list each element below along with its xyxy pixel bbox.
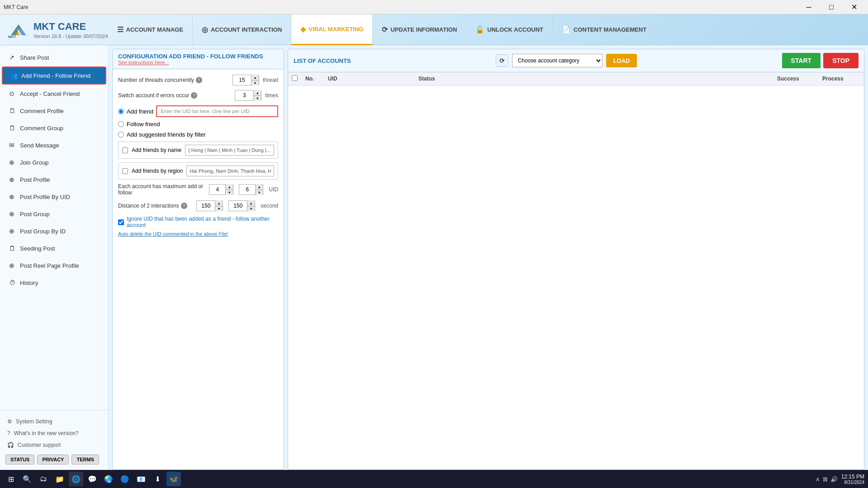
- account-interaction-icon: ◎: [202, 25, 208, 34]
- switch-info-icon[interactable]: ?: [191, 92, 197, 99]
- dist-val1-spin-down[interactable]: ▼: [215, 206, 223, 211]
- dist-val1-spin[interactable]: ▲ ▼: [196, 200, 223, 211]
- sidebar-item-post-group-id[interactable]: ⊕ Post Group By ID: [2, 223, 106, 239]
- radio-suggested[interactable]: [118, 132, 124, 137]
- search-icon[interactable]: 🔍: [20, 472, 34, 486]
- download-icon[interactable]: ⬇: [150, 472, 165, 486]
- max-val2-input[interactable]: [239, 185, 255, 194]
- dist-val2-spin-up[interactable]: ▲: [247, 200, 255, 206]
- terms-button[interactable]: TERMS: [71, 455, 99, 464]
- add-by-name-checkbox[interactable]: [122, 147, 128, 153]
- dist-val2-spin[interactable]: ▲ ▼: [228, 200, 255, 211]
- start-menu-icon[interactable]: ⊞: [4, 472, 18, 486]
- tab-content-management[interactable]: 📄 CONTENT MANAGEMENT: [553, 14, 656, 45]
- sidebar-item-post-reel[interactable]: ⊕ Post Reel Page Profile: [2, 257, 106, 274]
- category-select[interactable]: Choose account category: [512, 54, 602, 67]
- threads-input[interactable]: 15: [233, 76, 251, 84]
- tab-account-manage[interactable]: ☰ ACCOUNT MANAGE: [108, 14, 193, 45]
- share-post-icon: ↗: [9, 54, 16, 61]
- auto-delete-text[interactable]: Auto delete the UID commented in the abo…: [118, 231, 228, 237]
- whats-new-item[interactable]: ? What's in the new version?: [5, 427, 103, 439]
- switch-input[interactable]: 3: [235, 91, 253, 99]
- post-profile-uid-icon: ⊕: [9, 193, 16, 200]
- load-button[interactable]: LOAD: [606, 54, 637, 67]
- max-val2-spin-down[interactable]: ▼: [256, 190, 263, 195]
- max-val1-spin[interactable]: ▲ ▼: [209, 184, 233, 195]
- sidebar-item-post-profile[interactable]: ⊕ Post Profile: [2, 171, 106, 188]
- switch-input-spin[interactable]: 3 ▲ ▼: [235, 90, 261, 101]
- network-icon[interactable]: ⊠: [823, 476, 828, 483]
- sidebar-item-accept-cancel[interactable]: ⊙ Accept - Cancel Friend: [2, 85, 106, 102]
- sidebar-item-comment-profile[interactable]: 🗒 Comment Profile: [2, 103, 106, 119]
- col-no-header: No.: [302, 72, 324, 85]
- privacy-button[interactable]: PRIVACY: [37, 455, 69, 464]
- sidebar-item-comment-profile-label: Comment Profile: [20, 108, 64, 114]
- messenger-icon[interactable]: 💬: [85, 472, 100, 486]
- dist-val1-input[interactable]: [197, 202, 215, 210]
- whats-new-label: What's in the new version?: [14, 430, 79, 436]
- minimize-button[interactable]: ─: [798, 0, 819, 14]
- start-button[interactable]: START: [782, 53, 821, 68]
- sidebar-item-post-profile-uid[interactable]: ⊕ Post Profile By UID: [2, 189, 106, 205]
- switch-spin-up[interactable]: ▲: [254, 90, 261, 95]
- config-panel-body: Number of threads concurrently ? 15 ▲ ▼ …: [113, 69, 284, 469]
- distance-info-icon[interactable]: ?: [181, 203, 187, 209]
- app1-icon[interactable]: 🔵: [118, 472, 132, 486]
- max-val1-spin-up[interactable]: ▲: [226, 184, 233, 190]
- update-information-icon: ⟳: [382, 25, 388, 34]
- dist-val1-spin-up[interactable]: ▲: [215, 200, 223, 206]
- dist-val2-spin-down[interactable]: ▼: [247, 206, 255, 211]
- tray-expand-icon[interactable]: ∧: [816, 476, 820, 483]
- join-group-icon: ⊕: [9, 159, 16, 166]
- max-val1-spin-down[interactable]: ▼: [226, 190, 233, 195]
- status-button[interactable]: STATUS: [5, 455, 34, 464]
- stop-button[interactable]: STOP: [823, 53, 859, 68]
- sidebar-item-post-group[interactable]: ⊕ Post Group: [2, 206, 106, 222]
- sidebar-item-history[interactable]: ⏱ History: [2, 275, 106, 291]
- system-setting-item[interactable]: ⚙ System Setting: [5, 416, 103, 427]
- name-input[interactable]: [185, 145, 274, 156]
- tab-unlock-account[interactable]: 🔓 UNLOCK ACCOUNT: [466, 14, 553, 45]
- tab-account-interaction[interactable]: ◎ ACCOUNT INTERACTION: [193, 14, 291, 45]
- threads-spin-up[interactable]: ▲: [251, 75, 259, 80]
- tab-update-information[interactable]: ⟳ UPDATE INFORMATION: [373, 14, 466, 45]
- taskbar-time[interactable]: 12:15 PM 8/31/2024: [841, 474, 864, 485]
- max-val2-spin[interactable]: ▲ ▼: [239, 184, 263, 195]
- sidebar-item-comment-group[interactable]: 🗒 Comment Group: [2, 120, 106, 136]
- max-val2-spin-up[interactable]: ▲: [256, 184, 263, 190]
- edge-icon[interactable]: 🌏: [101, 472, 116, 486]
- taskbar: ⊞ 🔍 🗂 📁 🌐 💬 🌏 🔵 📧 ⬇ 🦋 ∧ ⊠ 🔊 12:15 PM 8/3…: [0, 470, 868, 488]
- tab-viral-marketing[interactable]: ◈ VIRAL MARKETING: [291, 14, 373, 45]
- sidebar-item-share-post[interactable]: ↗ Share Post: [2, 49, 106, 66]
- threads-info-icon[interactable]: ?: [196, 77, 202, 83]
- threads-spin-down[interactable]: ▼: [251, 80, 259, 85]
- sidebar-item-send-message[interactable]: ✉ Send Message: [2, 137, 106, 153]
- add-by-region-checkbox[interactable]: [122, 168, 128, 174]
- close-button[interactable]: ✕: [844, 0, 864, 14]
- mkt-app-icon[interactable]: 🦋: [166, 472, 181, 486]
- radio-follow-friend[interactable]: [118, 121, 124, 127]
- region-input[interactable]: [186, 166, 274, 176]
- volume-icon[interactable]: 🔊: [830, 476, 838, 483]
- file-explorer-icon[interactable]: 📁: [52, 472, 67, 486]
- max-val1-input[interactable]: [209, 185, 225, 194]
- config-panel-subtitle[interactable]: See instructions here...: [118, 60, 278, 65]
- maximize-button[interactable]: □: [821, 0, 842, 14]
- sidebar-item-post-reel-label: Post Reel Page Profile: [20, 262, 79, 269]
- dist-val2-input[interactable]: [229, 202, 247, 210]
- task-view-icon[interactable]: 🗂: [36, 472, 51, 486]
- sidebar-item-add-friend-label: Add Friend - Follow Friend: [21, 72, 90, 79]
- chrome-icon[interactable]: 🌐: [69, 472, 83, 486]
- mail-icon[interactable]: 📧: [134, 472, 148, 486]
- ignore-checkbox[interactable]: [118, 219, 124, 225]
- sidebar-item-seeding-post[interactable]: 🗒 Seeding Post: [2, 240, 106, 256]
- refresh-button[interactable]: ⟳: [496, 54, 508, 67]
- switch-spin-down[interactable]: ▼: [254, 95, 261, 101]
- threads-input-spin[interactable]: 15 ▲ ▼: [232, 75, 259, 85]
- sidebar-item-join-group[interactable]: ⊕ Join Group: [2, 154, 106, 171]
- radio-add-friend[interactable]: [118, 109, 124, 114]
- uid-textarea[interactable]: Enter the UID list here. One line per UI…: [156, 105, 278, 117]
- customer-support-item[interactable]: 🎧 Customer support: [5, 439, 103, 451]
- select-all-checkbox[interactable]: [292, 75, 298, 81]
- sidebar-item-add-friend[interactable]: 👥 Add Friend - Follow Friend: [2, 66, 106, 85]
